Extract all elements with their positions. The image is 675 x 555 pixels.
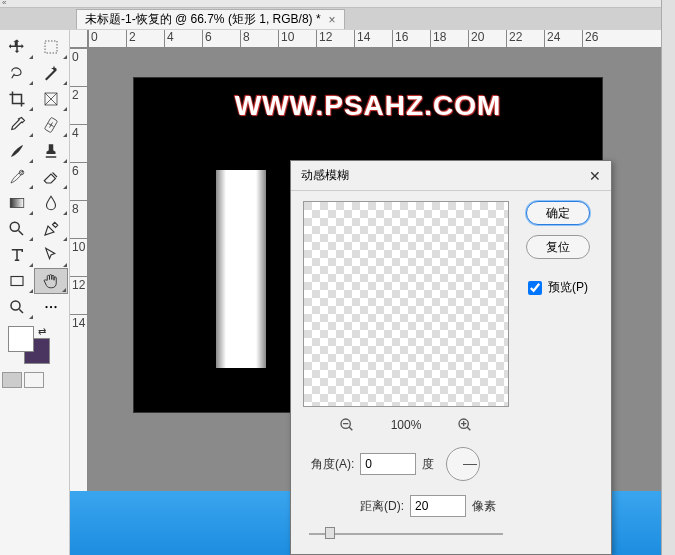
toolbox: ⇄: [0, 30, 70, 555]
svg-point-8: [45, 306, 47, 308]
distance-unit: 像素: [472, 498, 496, 515]
dialog-titlebar[interactable]: 动感模糊 ✕: [291, 161, 611, 191]
angle-dial[interactable]: [446, 447, 480, 481]
close-icon[interactable]: ✕: [589, 168, 601, 184]
angle-label: 角度(A):: [311, 456, 354, 473]
eyedropper-tool[interactable]: [0, 112, 34, 138]
dialog-title: 动感模糊: [301, 167, 349, 184]
zoom-tool[interactable]: [0, 294, 34, 320]
angle-unit: 度: [422, 456, 434, 473]
reset-button[interactable]: 复位: [526, 235, 590, 259]
shape-rectangle: [216, 170, 266, 368]
frame-tool[interactable]: [34, 86, 68, 112]
blur-tool[interactable]: [34, 190, 68, 216]
close-icon[interactable]: ×: [329, 13, 336, 27]
document-tab[interactable]: 未标题-1-恢复的 @ 66.7% (矩形 1, RGB/8) * ×: [76, 9, 345, 29]
color-swatches[interactable]: ⇄: [8, 326, 69, 368]
svg-rect-0: [45, 41, 57, 53]
zoom-out-icon[interactable]: [339, 417, 355, 433]
more-tools[interactable]: [34, 294, 68, 320]
magic-wand-tool[interactable]: [34, 60, 68, 86]
svg-point-5: [10, 222, 19, 231]
mode-quickmask[interactable]: [24, 372, 44, 388]
swap-colors-icon[interactable]: ⇄: [38, 326, 46, 337]
ruler-corner: [70, 30, 88, 48]
document-tab-title: 未标题-1-恢复的 @ 66.7% (矩形 1, RGB/8) *: [85, 11, 321, 28]
preview-checkbox-label: 预览(P): [548, 279, 588, 296]
svg-rect-4: [10, 199, 24, 208]
collapse-chevrons[interactable]: «: [0, 0, 675, 8]
hand-tool[interactable]: [34, 268, 68, 294]
marquee-tool[interactable]: [34, 34, 68, 60]
crop-tool[interactable]: [0, 86, 34, 112]
ok-button[interactable]: 确定: [526, 201, 590, 225]
brush-tool[interactable]: [0, 138, 34, 164]
eraser-tool[interactable]: [34, 164, 68, 190]
svg-point-9: [50, 306, 52, 308]
rectangle-tool[interactable]: [0, 268, 34, 294]
svg-rect-6: [11, 277, 23, 286]
distance-slider[interactable]: [309, 527, 503, 539]
screen-mode-buttons: [0, 372, 69, 388]
preview-checkbox-row[interactable]: 预览(P): [528, 279, 588, 296]
watermark-text: WWW.PSAHZ.COM: [134, 90, 602, 122]
svg-point-10: [54, 306, 56, 308]
distance-input[interactable]: [410, 495, 466, 517]
filter-preview[interactable]: [303, 201, 509, 407]
lasso-tool[interactable]: [0, 60, 34, 86]
preview-checkbox[interactable]: [528, 281, 542, 295]
move-tool[interactable]: [0, 34, 34, 60]
foreground-swatch[interactable]: [8, 326, 34, 352]
type-tool[interactable]: [0, 242, 34, 268]
path-select-tool[interactable]: [34, 242, 68, 268]
document-tab-bar: 未标题-1-恢复的 @ 66.7% (矩形 1, RGB/8) * ×: [0, 8, 675, 30]
collapsed-right-panel[interactable]: [661, 0, 675, 555]
horizontal-ruler: 02468101214161820222426: [88, 30, 675, 48]
stamp-tool[interactable]: [34, 138, 68, 164]
mode-standard[interactable]: [2, 372, 22, 388]
healing-tool[interactable]: [34, 112, 68, 138]
distance-label: 距离(D):: [360, 498, 404, 515]
dodge-tool[interactable]: [0, 216, 34, 242]
history-brush-tool[interactable]: [0, 164, 34, 190]
angle-input[interactable]: [360, 453, 416, 475]
pen-tool[interactable]: [34, 216, 68, 242]
svg-point-7: [11, 301, 20, 310]
gradient-tool[interactable]: [0, 190, 34, 216]
vertical-ruler: 02468101214: [70, 48, 88, 521]
zoom-in-icon[interactable]: [457, 417, 473, 433]
motion-blur-dialog: 动感模糊 ✕ 100% 角度(A): 度 距离(D): 像素: [290, 160, 612, 555]
preview-zoom-value: 100%: [391, 418, 422, 432]
